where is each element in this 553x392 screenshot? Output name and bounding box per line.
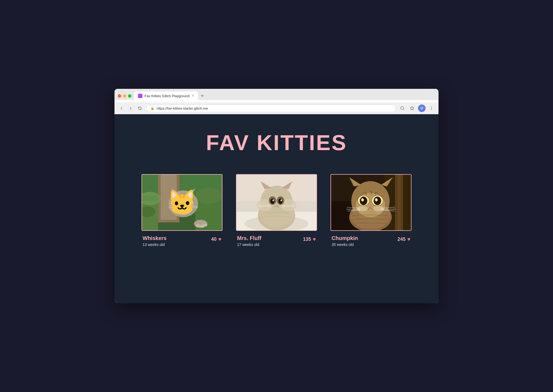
page-content: FAV KITTIES [114, 114, 439, 303]
kitty-card-whiskers: Whiskers 13 weeks old 40 ♥ [141, 174, 222, 247]
svg-rect-8 [161, 175, 177, 220]
browser-window: Fav Kitties Glitch Playground × + 🔒 http… [114, 89, 439, 303]
svg-point-77 [375, 198, 378, 201]
svg-point-14 [169, 191, 198, 217]
svg-point-54 [281, 199, 282, 201]
svg-point-18 [174, 200, 193, 215]
svg-marker-17 [187, 188, 195, 195]
kitty-likes-count-whiskers: 40 [211, 236, 217, 242]
browser-title-bar: Fav Kitties Glitch Playground × + [118, 92, 435, 100]
back-button[interactable] [118, 104, 125, 112]
svg-point-15 [171, 194, 195, 216]
tab-title-label: Fav Kitties Glitch Playground [144, 94, 190, 98]
page-title: FAV KITTIES [206, 130, 347, 155]
svg-point-12 [195, 188, 222, 204]
heart-icon-mrs-fluff: ♥ [313, 236, 316, 242]
kitty-likes-count-chumpkin: 245 [397, 236, 406, 242]
svg-marker-16 [171, 188, 180, 195]
heart-icon-whiskers: ♥ [218, 236, 221, 242]
tab-favicon-icon [138, 94, 142, 98]
svg-line-28 [187, 207, 198, 207]
kitty-details-whiskers: Whiskers 13 weeks old [143, 235, 167, 247]
kitty-name-chumpkin: Chumpkin [332, 235, 358, 241]
svg-point-31 [196, 224, 200, 227]
browser-toolbar: 🔒 https://fav-kitties-starter.glitch.me … [114, 102, 439, 114]
svg-point-33 [204, 224, 207, 227]
url-text: https://fav-kitties-starter.glitch.me [157, 106, 208, 110]
kitty-card-mrs-fluff: Mrs. Fluff 17 weeks old 135 ♥ [236, 174, 317, 247]
kitty-name-mrs-fluff: Mrs. Fluff [237, 235, 261, 241]
svg-marker-1 [410, 106, 414, 110]
svg-point-20 [183, 199, 189, 206]
traffic-light-minimize[interactable] [123, 94, 126, 98]
svg-point-51 [270, 198, 275, 204]
svg-line-29 [187, 208, 198, 208]
kitty-image-mrs-fluff[interactable] [236, 174, 317, 231]
kitties-grid: Whiskers 13 weeks old 40 ♥ [141, 174, 412, 247]
profile-avatar[interactable]: U [418, 104, 426, 112]
kitty-details-chumpkin: Chumpkin 35 weeks old [332, 235, 358, 247]
svg-line-34 [178, 197, 181, 201]
kitty-likes-whiskers[interactable]: 40 ♥ [211, 236, 221, 242]
kitty-likes-chumpkin[interactable]: 245 ♥ [397, 236, 410, 242]
svg-line-35 [186, 197, 189, 201]
svg-point-4 [431, 109, 431, 110]
svg-point-32 [200, 225, 204, 228]
reload-button[interactable] [136, 104, 144, 112]
search-button[interactable] [399, 104, 406, 112]
browser-chrome: Fav Kitties Glitch Playground × + [114, 89, 439, 100]
traffic-lights [118, 94, 131, 98]
bookmark-button[interactable] [408, 104, 416, 112]
kitty-age-chumpkin: 35 weeks old [332, 242, 358, 247]
kitty-photo-mrs-fluff [237, 175, 316, 230]
svg-line-26 [169, 207, 179, 207]
svg-point-74 [360, 197, 367, 205]
kitty-age-mrs-fluff: 17 weeks old [237, 242, 261, 247]
browser-tabs: Fav Kitties Glitch Playground × + [134, 92, 435, 100]
svg-line-27 [169, 208, 179, 208]
svg-point-75 [374, 197, 381, 205]
kitty-image-chumpkin[interactable] [331, 174, 412, 231]
svg-point-52 [278, 198, 283, 204]
kitty-likes-count-mrs-fluff: 135 [303, 236, 311, 242]
traffic-light-maximize[interactable] [128, 94, 131, 98]
address-bar[interactable]: 🔒 https://fav-kitties-starter.glitch.me [146, 105, 396, 112]
svg-point-0 [401, 107, 404, 110]
kitty-info-chumpkin: Chumpkin 35 weeks old 245 ♥ [331, 235, 412, 247]
tab-close-button[interactable]: × [192, 93, 194, 98]
svg-rect-63 [398, 175, 400, 230]
svg-point-81 [373, 206, 384, 211]
svg-point-2 [431, 107, 431, 107]
kitty-image-whiskers[interactable] [141, 174, 222, 231]
svg-point-23 [181, 202, 182, 203]
traffic-light-close[interactable] [118, 94, 121, 98]
new-tab-button[interactable]: + [198, 92, 206, 100]
lock-icon: 🔒 [150, 106, 154, 110]
svg-point-80 [357, 206, 368, 211]
svg-point-19 [178, 199, 183, 206]
active-tab[interactable]: Fav Kitties Glitch Playground × [134, 92, 198, 100]
kitty-likes-mrs-fluff[interactable]: 135 ♥ [303, 236, 316, 242]
kitty-card-chumpkin: Chumpkin 35 weeks old 245 ♥ [331, 174, 412, 247]
kitty-photo-whiskers [142, 175, 222, 230]
svg-point-3 [431, 108, 431, 108]
svg-point-76 [361, 198, 364, 201]
svg-point-53 [272, 199, 274, 201]
kitty-photo-chumpkin [331, 175, 411, 230]
kitty-info-mrs-fluff: Mrs. Fluff 17 weeks old 135 ♥ [236, 235, 317, 247]
kitty-name-whiskers: Whiskers [143, 235, 167, 241]
heart-icon-chumpkin: ♥ [407, 236, 410, 242]
toolbar-actions: U [399, 104, 435, 112]
kitty-details-mrs-fluff: Mrs. Fluff 17 weeks old [237, 235, 261, 247]
kitty-age-whiskers: 13 weeks old [143, 242, 167, 247]
kitty-info-whiskers: Whiskers 13 weeks old 40 ♥ [141, 235, 222, 247]
svg-point-25 [182, 206, 185, 208]
menu-button[interactable] [428, 104, 435, 112]
forward-button[interactable] [127, 104, 134, 112]
nav-buttons [118, 104, 144, 112]
svg-point-24 [186, 202, 187, 203]
svg-point-21 [179, 201, 182, 205]
svg-point-22 [185, 201, 187, 205]
